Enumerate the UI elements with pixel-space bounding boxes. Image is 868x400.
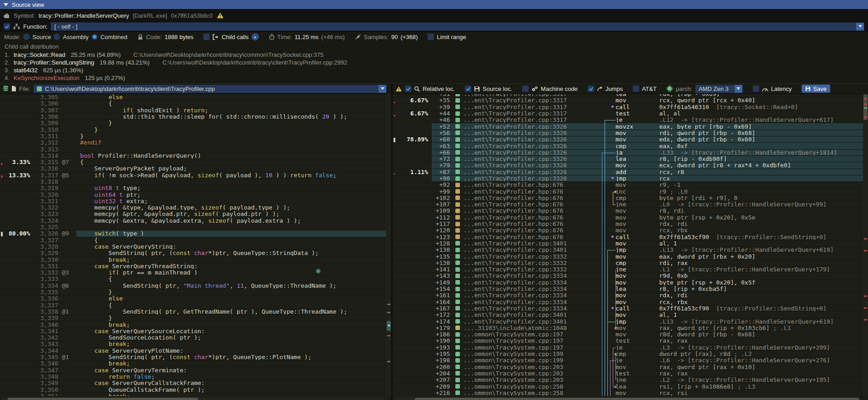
mode-radio-assembly[interactable]: Assembly bbox=[54, 34, 88, 40]
source-line[interactable]: 3,343 break; bbox=[0, 341, 391, 347]
source-line[interactable]: 3,309 } bbox=[0, 120, 391, 126]
uarch-combo[interactable]: AMD Zen 3 bbox=[695, 85, 743, 93]
source-line[interactable]: 3,312#endif bbox=[0, 140, 391, 146]
source-line[interactable]: 3,313 bbox=[0, 146, 391, 152]
jumps-checkbox[interactable] bbox=[588, 85, 594, 92]
asm-row[interactable]: +46...ent\TracyProfiler.cpp:3317je.L12 -… bbox=[393, 117, 863, 123]
chevron-down-icon[interactable] bbox=[378, 85, 386, 93]
asm-row[interactable]: +143...ent\TracyProfiler.cpp:3334movr9d,… bbox=[393, 273, 863, 279]
asm-row[interactable]: +141...ent\TracyProfiler.cpp:3332jne.L1 … bbox=[393, 266, 863, 273]
att-checkbox[interactable] bbox=[633, 85, 639, 92]
asm-row[interactable]: +112...ent\TracyProfiler.hpp:676movbyte … bbox=[393, 215, 863, 221]
source-line[interactable]: 3,308 std::this_thread::sleep_for( std::… bbox=[0, 114, 391, 120]
asm-row[interactable]: +154...ent\TracyProfiler.cpp:3334lear8, … bbox=[393, 286, 863, 292]
source-line[interactable]: 3,318 bbox=[0, 179, 391, 185]
source-line[interactable]: 3,348 return false; bbox=[0, 374, 391, 380]
source-scrollbar[interactable] bbox=[386, 94, 391, 395]
source-line[interactable]: 3,341 case ServerQuerySourceLocation: bbox=[0, 328, 391, 335]
source-line[interactable]: 3.33%3,315@7{ bbox=[0, 159, 391, 165]
titlebar[interactable]: Source view bbox=[0, 0, 868, 9]
source-line[interactable]: 13.33%3,317@5 if( !m_sock->Read( &payloa… bbox=[0, 172, 391, 179]
asm-row[interactable]: +207...ommon\TracySystem.cpp:203jne.L2 -… bbox=[393, 377, 863, 383]
asm-row[interactable]: +209...ommon\TracySystem.cpp:258learsi, … bbox=[393, 383, 863, 390]
source-line[interactable]: 3,344 case ServerQueryPlotName: bbox=[0, 348, 391, 354]
asm-row[interactable]: +102...ent\TracyProfiler.hpp:676cmpbyte … bbox=[393, 195, 863, 201]
asm-row[interactable]: +161...ent\TracyProfiler.cpp:3334movrdx,… bbox=[393, 292, 863, 299]
asm-row[interactable]: +79...ent\TracyProfiler.cpp:3326movecx, … bbox=[393, 162, 863, 169]
asm-scrollbar[interactable] bbox=[863, 94, 868, 395]
asm-row[interactable]: +107...ent\TracyProfiler.hpp:676jne.L0 -… bbox=[393, 201, 863, 208]
asm-row[interactable]: +63...ent\TracyProfiler.cpp:3326cmpeax, … bbox=[393, 143, 863, 149]
warning-triangle-icon[interactable] bbox=[217, 12, 224, 19]
source-line[interactable]: 3,321 uint32_t extra; bbox=[0, 198, 391, 205]
asm-row[interactable]: +109...ent\TracyProfiler.hpp:676movr8, r… bbox=[393, 208, 863, 214]
limit-range-toggle[interactable]: Limit range bbox=[428, 34, 466, 40]
asm-view[interactable]: +31...ent\TracyProfiler.cpp:3317leardx, … bbox=[393, 94, 863, 396]
asm-row[interactable]: +179....31103\include\atomic:1048movrax,… bbox=[393, 325, 863, 331]
asm-row[interactable]: +117...ent\TracyProfiler.hpp:676movrdx, … bbox=[393, 221, 863, 227]
radio-icon[interactable] bbox=[54, 34, 60, 40]
source-line[interactable]: 3,346 break; bbox=[0, 360, 391, 367]
asm-row[interactable]: +174...ent\TracyProfiler.cpp:3401jmp.L13… bbox=[393, 318, 863, 325]
source-line[interactable]: 3,306 { bbox=[0, 100, 391, 107]
child-calls-toggle[interactable]: Child calls ▲ bbox=[203, 33, 258, 40]
limit-range-checkbox[interactable] bbox=[428, 34, 434, 40]
file-combo[interactable]: C:\Users\wolf\Desktop\darkrl\contrib\tra… bbox=[33, 85, 387, 93]
chevron-down-icon[interactable] bbox=[735, 85, 742, 93]
mode-radio-source[interactable]: Source bbox=[23, 34, 51, 40]
source-line[interactable]: 3,334@6 SendString( ptr, "Main thread", … bbox=[0, 283, 391, 289]
asm-row[interactable]: +138...ent\TracyProfiler.cpp:3332cmprdi,… bbox=[393, 260, 863, 266]
asm-row[interactable]: +99...ent\TracyProfiler.hpp:676incr9 ; .… bbox=[393, 188, 863, 195]
source-line[interactable]: 3,350 QueueCallstackFrame( ptr ); bbox=[0, 386, 391, 393]
source-line[interactable]: 3,310 } bbox=[0, 126, 391, 133]
source-line[interactable]: 3,314bool Profiler::HandleServerQuery() bbox=[0, 153, 391, 159]
source-line[interactable]: 3,327 { bbox=[0, 237, 391, 244]
asm-row[interactable]: +172...ent\TracyProfiler.cpp:3401moval, … bbox=[393, 312, 863, 318]
source-line[interactable]: 3,329 SendString( ptr, (const char*)ptr,… bbox=[0, 250, 391, 256]
child-calls-checkbox[interactable] bbox=[203, 34, 210, 40]
child-call-entry[interactable]: 3.stat64i32625 μs (1.36%) bbox=[5, 66, 868, 74]
source-line[interactable]: 3,349 case ServerQueryCallstackFrame: bbox=[0, 380, 391, 386]
asm-row[interactable]: +66...ent\TracyProfiler.cpp:3326ja.L33 -… bbox=[393, 150, 863, 156]
source-line[interactable]: 3,342 SendSourceLocation( ptr ); bbox=[0, 335, 391, 341]
asm-row[interactable]: +198...ommon\TracySystem.cpp:199je.L6 ->… bbox=[393, 357, 863, 364]
asm-row[interactable]: +167...ent\TracyProfiler.cpp:3334call0x7… bbox=[393, 305, 863, 312]
source-line[interactable]: 3,305 else bbox=[0, 94, 391, 100]
asm-row[interactable]: +204...ommon\TracySystem.cpp:203testrax,… bbox=[393, 370, 863, 377]
asm-row[interactable]: +149...ent\TracyProfiler.cpp:3334movbyte… bbox=[393, 280, 863, 286]
asm-row[interactable]: +135...ent\TracyProfiler.cpp:3332moveax,… bbox=[393, 253, 863, 260]
mode-radio-combined[interactable]: Combined bbox=[91, 34, 127, 40]
source-line[interactable]: 3,332@3 if( ptr == m_mainThread ) bbox=[0, 270, 391, 276]
source-line[interactable]: 3,325 bbox=[0, 224, 391, 230]
machine-code-checkbox[interactable] bbox=[522, 85, 529, 92]
asm-hscrollbar[interactable] bbox=[394, 397, 861, 400]
collapse-icon[interactable] bbox=[4, 3, 8, 6]
source-line[interactable]: 3,347 case ServerQueryTerminate: bbox=[0, 367, 391, 373]
asm-row[interactable]: +72...ent\TracyProfiler.cpp:3326lear8, [… bbox=[393, 156, 863, 162]
source-line[interactable]: 3,337 { bbox=[0, 302, 391, 309]
asm-row[interactable]: +120...ent\TracyProfiler.hpp:676movrcx, … bbox=[393, 227, 863, 234]
asm-row[interactable]: +216...ommon\TracySystem.cpp:258movrcx, … bbox=[393, 390, 863, 396]
child-call-entry[interactable]: 4.KeSynchronizeExecution125 μs (0.27%) bbox=[5, 74, 868, 82]
asm-row[interactable]: +130...ent\TracyProfiler.cpp:3401jmp.L13… bbox=[393, 247, 863, 253]
sync-marker[interactable] bbox=[316, 269, 321, 274]
asm-row[interactable]: +193...ommon\TracySystem.cpp:197je.L3 ->… bbox=[393, 345, 863, 351]
asm-row[interactable]: +128...ent\TracyProfiler.cpp:3401moval, … bbox=[393, 240, 863, 247]
asm-row[interactable]: +39...ent\TracyProfiler.cpp:3317call0x7f… bbox=[393, 104, 863, 110]
source-line[interactable]: 3,339 } bbox=[0, 315, 391, 321]
latency-checkbox[interactable] bbox=[753, 85, 759, 92]
source-line[interactable]: 3,322 memcpy( &type, &payload.type, size… bbox=[0, 205, 391, 211]
source-line[interactable]: 3,319 uint8_t type; bbox=[0, 185, 391, 191]
asm-row[interactable]: +123...ent\TracyProfiler.hpp:676call0x7f… bbox=[393, 234, 863, 240]
asm-row[interactable]: +31...ent\TracyProfiler.cpp:3317leardx, … bbox=[393, 94, 863, 97]
source-code-view[interactable]: 3,305 else3,306 {3,307 if( shouldExit ) … bbox=[0, 94, 391, 396]
function-combo[interactable]: [ - self - ] bbox=[50, 22, 864, 31]
asm-row[interactable]: +92...ent\TracyProfiler.hpp:676movr9, -1 bbox=[393, 182, 863, 188]
relative-loc-checkbox[interactable] bbox=[405, 85, 411, 92]
source-loc-checkbox[interactable] bbox=[465, 85, 471, 92]
source-line[interactable]: 3,331 case ServerQueryThreadString: bbox=[0, 263, 391, 270]
save-button[interactable]: Save bbox=[802, 85, 830, 93]
scrollbar-handle[interactable] bbox=[414, 398, 859, 400]
source-line[interactable]: 3,330 break; bbox=[0, 256, 391, 263]
function-checkbox[interactable] bbox=[4, 23, 10, 30]
